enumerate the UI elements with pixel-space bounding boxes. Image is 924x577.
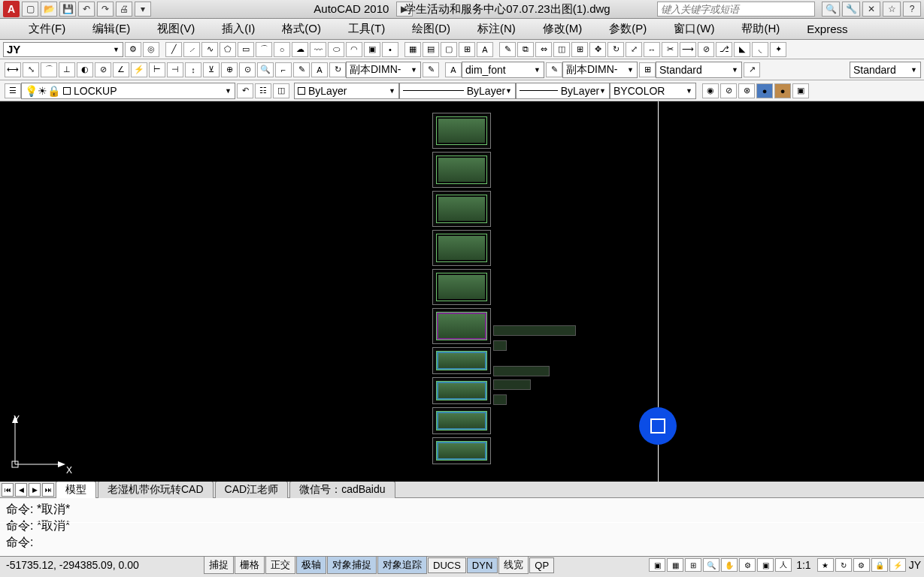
side-thumb-2[interactable] xyxy=(493,340,507,351)
rect-icon[interactable]: ▭ xyxy=(238,42,254,57)
dim-diameter-icon[interactable]: ⊘ xyxy=(95,62,111,77)
x-icon[interactable]: ✕ xyxy=(862,2,880,17)
showmot-icon[interactable]: ▣ xyxy=(757,558,774,572)
tab-prev-icon[interactable]: ◀ xyxy=(15,483,27,497)
mleaderstyle-icon[interactable]: ↗ xyxy=(744,62,760,77)
ws-icon[interactable]: ⚙ xyxy=(853,558,870,572)
tab-first-icon[interactable]: ⏮ xyxy=(2,483,14,497)
dim-update-icon[interactable]: ↻ xyxy=(329,62,346,77)
side-thumb-3[interactable] xyxy=(493,366,550,376)
qat-save-icon[interactable]: 💾 xyxy=(59,2,76,17)
command-window[interactable]: 命令: *取消* 命令: *取消* 命令: xyxy=(0,498,924,557)
side-thumb-4[interactable] xyxy=(493,379,531,390)
spline-icon[interactable]: 〰 xyxy=(310,42,326,57)
pline-icon[interactable]: ∿ xyxy=(201,42,218,57)
polygon-icon[interactable]: ⬠ xyxy=(220,42,236,57)
plotstyle-combo[interactable]: BYCOLOR xyxy=(610,83,696,99)
vis6-icon[interactable]: ▣ xyxy=(792,83,809,98)
grid-toggle[interactable]: 栅格 xyxy=(235,556,265,574)
layer-prev-icon[interactable]: ↶ xyxy=(237,83,253,98)
mleader-combo[interactable]: Standard xyxy=(850,62,921,78)
star-icon[interactable]: ☆ xyxy=(883,2,901,17)
tab-next-icon[interactable]: ▶ xyxy=(29,483,41,497)
qat-undo-icon[interactable]: ↶ xyxy=(78,2,95,17)
side-thumb-5[interactable] xyxy=(493,394,507,405)
menu-format[interactable]: 格式(O) xyxy=(268,22,335,36)
dim-baseline-icon[interactable]: ⊢ xyxy=(149,62,165,77)
tablestyle-combo[interactable]: Standard xyxy=(656,62,742,78)
dim-tedit-icon[interactable]: A xyxy=(311,62,328,77)
osnap-toggle[interactable]: 对象捕捉 xyxy=(327,556,377,574)
wheel-icon[interactable]: ⚙ xyxy=(739,558,756,572)
help-icon[interactable]: ? xyxy=(903,2,921,17)
thumb-10[interactable] xyxy=(432,437,491,464)
textstyle-edit-icon[interactable]: ✎ xyxy=(546,62,562,77)
drawing-canvas[interactable]: Y X xyxy=(0,101,924,482)
qat-dropdown-icon[interactable]: ▾ xyxy=(135,2,151,17)
tab-layout1[interactable]: 老湿机带你玩转CAD xyxy=(98,481,214,498)
dimstyle-edit-icon[interactable]: ✎ xyxy=(423,62,439,77)
color-combo[interactable]: ByLayer xyxy=(294,83,399,99)
thumb-4[interactable] xyxy=(432,230,491,266)
dim-inspect-icon[interactable]: 🔍 xyxy=(257,62,274,77)
thumb-1[interactable] xyxy=(432,113,491,149)
zoom-icon[interactable]: 🔍 xyxy=(703,558,720,572)
hatch-icon[interactable]: ▦ xyxy=(404,42,421,57)
thumb-8[interactable] xyxy=(432,377,491,404)
ellipse-icon[interactable]: ⬭ xyxy=(328,42,344,57)
locator-icon[interactable]: ◎ xyxy=(143,42,159,57)
vis2-icon[interactable]: ⊘ xyxy=(720,83,737,98)
array-icon[interactable]: ⊞ xyxy=(571,42,588,57)
menu-modify[interactable]: 修改(M) xyxy=(529,22,596,36)
dim-jog-icon[interactable]: ⌐ xyxy=(275,62,292,77)
dim-linear-icon[interactable]: ⟷ xyxy=(5,62,21,77)
workspace-combo[interactable]: JY xyxy=(3,42,123,57)
layer-state-icon[interactable]: ☷ xyxy=(255,83,271,98)
extend-icon[interactable]: ⟶ xyxy=(680,42,696,57)
layout-space-icon[interactable]: ▦ xyxy=(667,558,683,572)
stretch-icon[interactable]: ↔ xyxy=(644,42,660,57)
snap-toggle[interactable]: 捕捉 xyxy=(204,556,234,574)
qat-open-icon[interactable]: 📂 xyxy=(41,2,57,17)
dim-aligned-icon[interactable]: ⤡ xyxy=(23,62,39,77)
ducs-toggle[interactable]: DUCS xyxy=(428,557,466,573)
break-icon[interactable]: ⊘ xyxy=(698,42,714,57)
coordinates[interactable]: -51735.12, -294385.09, 0.00 xyxy=(0,559,203,571)
otrack-toggle[interactable]: 对象追踪 xyxy=(377,556,427,574)
thumb-9[interactable] xyxy=(432,407,491,434)
app-logo[interactable]: A xyxy=(3,1,20,17)
dim-arc-icon[interactable]: ⌒ xyxy=(41,62,57,77)
menu-tools[interactable]: 工具(T) xyxy=(335,22,398,36)
menu-view[interactable]: 视图(V) xyxy=(144,22,208,36)
dim-angular-icon[interactable]: ∠ xyxy=(113,62,129,77)
dim-tolerance-icon[interactable]: ⊕ xyxy=(221,62,238,77)
dim-break-icon[interactable]: ⊻ xyxy=(203,62,220,77)
move-icon[interactable]: ✥ xyxy=(589,42,606,57)
fillet-icon[interactable]: ◟ xyxy=(752,42,768,57)
vis5-icon[interactable]: ● xyxy=(774,83,791,98)
join-icon[interactable]: ⎇ xyxy=(716,42,732,57)
menu-insert[interactable]: 插入(I) xyxy=(208,22,268,36)
qat-redo-icon[interactable]: ↷ xyxy=(97,2,114,17)
dim-quick-icon[interactable]: ⚡ xyxy=(131,62,147,77)
offset-icon[interactable]: ◫ xyxy=(553,42,570,57)
qp-toggle[interactable]: QP xyxy=(529,557,554,573)
line-icon[interactable]: ╱ xyxy=(165,42,182,57)
pan-icon[interactable]: ✋ xyxy=(721,558,738,572)
explode-icon[interactable]: ✦ xyxy=(770,42,786,57)
vis4-icon[interactable]: ● xyxy=(756,83,773,98)
menu-file[interactable]: 文件(F) xyxy=(15,22,79,36)
dim-ord-icon[interactable]: ⊥ xyxy=(59,62,75,77)
thumb-5[interactable] xyxy=(432,269,491,305)
dimstyle-combo[interactable]: 副本DIMN- xyxy=(346,62,421,78)
tab-model[interactable]: 模型 xyxy=(56,481,96,498)
vis1-icon[interactable]: ◉ xyxy=(702,83,719,98)
lw-toggle[interactable]: 线宽 xyxy=(498,556,529,574)
block-icon[interactable]: ▣ xyxy=(364,42,380,57)
quickview-icon[interactable]: ⊞ xyxy=(685,558,701,572)
thumb-2[interactable] xyxy=(432,152,491,188)
dim-center-icon[interactable]: ⊙ xyxy=(239,62,256,77)
textfont-combo[interactable]: dim_font xyxy=(462,62,544,78)
trim-icon[interactable]: ✂ xyxy=(662,42,678,57)
revcloud-icon[interactable]: ☁ xyxy=(292,42,308,57)
